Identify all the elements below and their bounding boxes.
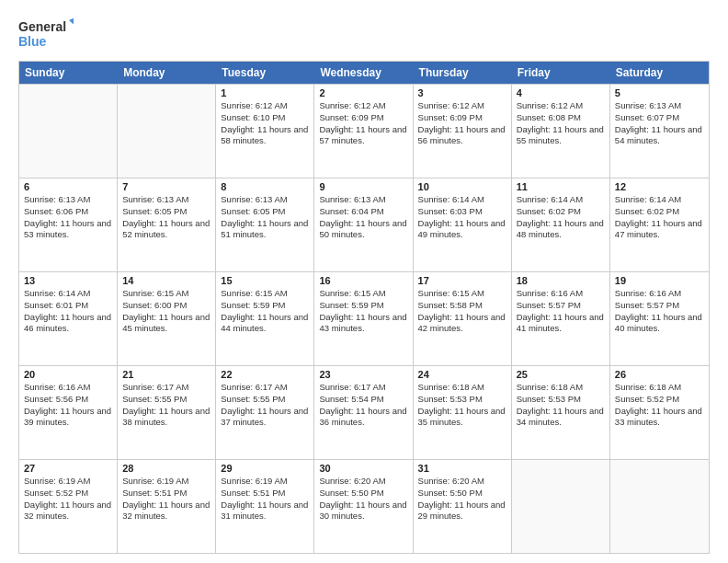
cell-day: 25 [517, 369, 605, 380]
calendar-row: 27 Sunrise: 6:19 AMSunset: 5:52 PMDaylig… [19, 459, 709, 553]
cell-info: Sunrise: 6:13 AMSunset: 6:06 PMDaylight:… [24, 194, 112, 241]
calendar-cell: 5 Sunrise: 6:13 AMSunset: 6:07 PMDayligh… [610, 85, 709, 178]
calendar-cell: 16 Sunrise: 6:15 AMSunset: 5:59 PMDaylig… [314, 272, 413, 365]
cell-info: Sunrise: 6:17 AMSunset: 5:54 PMDaylight:… [319, 382, 407, 429]
cell-day: 1 [221, 87, 309, 98]
calendar-header-cell: Thursday [414, 62, 512, 84]
calendar-header-cell: Wednesday [314, 62, 413, 84]
calendar-header-cell: Tuesday [216, 62, 314, 84]
calendar-cell: 24 Sunrise: 6:18 AMSunset: 5:53 PMDaylig… [414, 366, 512, 459]
cell-info: Sunrise: 6:12 AMSunset: 6:10 PMDaylight:… [221, 100, 309, 147]
calendar-cell: 7 Sunrise: 6:13 AMSunset: 6:05 PMDayligh… [118, 178, 216, 271]
svg-text:Blue: Blue [18, 34, 47, 49]
cell-info: Sunrise: 6:18 AMSunset: 5:53 PMDaylight:… [517, 382, 605, 429]
calendar-cell: 19 Sunrise: 6:16 AMSunset: 5:57 PMDaylig… [610, 272, 709, 365]
calendar-cell: 20 Sunrise: 6:16 AMSunset: 5:56 PMDaylig… [19, 366, 118, 459]
calendar-cell: 10 Sunrise: 6:14 AMSunset: 6:03 PMDaylig… [414, 178, 512, 271]
calendar-row: 20 Sunrise: 6:16 AMSunset: 5:56 PMDaylig… [19, 365, 709, 459]
cell-info: Sunrise: 6:14 AMSunset: 6:01 PMDaylight:… [24, 288, 112, 335]
cell-info: Sunrise: 6:18 AMSunset: 5:53 PMDaylight:… [418, 382, 506, 429]
cell-day: 5 [615, 87, 704, 98]
logo: General Blue [18, 15, 74, 52]
header: General Blue [18, 15, 710, 52]
cell-info: Sunrise: 6:20 AMSunset: 5:50 PMDaylight:… [319, 476, 407, 523]
calendar-cell: 3 Sunrise: 6:12 AMSunset: 6:09 PMDayligh… [414, 85, 512, 178]
cell-info: Sunrise: 6:16 AMSunset: 5:56 PMDaylight:… [24, 382, 112, 429]
cell-day: 13 [24, 275, 112, 286]
cell-day: 8 [221, 181, 309, 192]
cell-info: Sunrise: 6:20 AMSunset: 5:50 PMDaylight:… [418, 476, 506, 523]
cell-day: 30 [319, 463, 407, 474]
calendar-cell: 1 Sunrise: 6:12 AMSunset: 6:10 PMDayligh… [216, 85, 314, 178]
cell-day: 29 [221, 463, 309, 474]
cell-day: 27 [24, 463, 112, 474]
cell-info: Sunrise: 6:12 AMSunset: 6:09 PMDaylight:… [319, 100, 407, 147]
cell-day: 22 [221, 369, 309, 380]
cell-day: 12 [615, 181, 704, 192]
page: General Blue SundayMondayTuesdayWednesda… [0, 0, 728, 563]
cell-day: 17 [418, 275, 506, 286]
calendar-cell [610, 460, 709, 553]
calendar-cell: 25 Sunrise: 6:18 AMSunset: 5:53 PMDaylig… [512, 366, 610, 459]
cell-info: Sunrise: 6:19 AMSunset: 5:51 PMDaylight:… [122, 476, 210, 523]
cell-day: 15 [221, 275, 309, 286]
cell-info: Sunrise: 6:16 AMSunset: 5:57 PMDaylight:… [615, 288, 704, 335]
cell-info: Sunrise: 6:15 AMSunset: 5:58 PMDaylight:… [418, 288, 506, 335]
cell-info: Sunrise: 6:13 AMSunset: 6:05 PMDaylight:… [122, 194, 210, 241]
calendar-cell: 29 Sunrise: 6:19 AMSunset: 5:51 PMDaylig… [216, 460, 314, 553]
calendar-cell: 31 Sunrise: 6:20 AMSunset: 5:50 PMDaylig… [414, 460, 512, 553]
calendar-cell: 28 Sunrise: 6:19 AMSunset: 5:51 PMDaylig… [118, 460, 216, 553]
cell-day: 10 [418, 181, 506, 192]
calendar-cell: 11 Sunrise: 6:14 AMSunset: 6:02 PMDaylig… [512, 178, 610, 271]
cell-info: Sunrise: 6:14 AMSunset: 6:02 PMDaylight:… [615, 194, 704, 241]
cell-day: 28 [122, 463, 210, 474]
calendar-cell: 6 Sunrise: 6:13 AMSunset: 6:06 PMDayligh… [19, 178, 118, 271]
cell-info: Sunrise: 6:15 AMSunset: 5:59 PMDaylight:… [319, 288, 407, 335]
cell-info: Sunrise: 6:19 AMSunset: 5:51 PMDaylight:… [221, 476, 309, 523]
cell-info: Sunrise: 6:16 AMSunset: 5:57 PMDaylight:… [517, 288, 605, 335]
cell-day: 14 [122, 275, 210, 286]
calendar-cell: 4 Sunrise: 6:12 AMSunset: 6:08 PMDayligh… [512, 85, 610, 178]
calendar-row: 1 Sunrise: 6:12 AMSunset: 6:10 PMDayligh… [19, 84, 709, 178]
calendar-cell: 15 Sunrise: 6:15 AMSunset: 5:59 PMDaylig… [216, 272, 314, 365]
cell-day: 18 [517, 275, 605, 286]
calendar-cell: 18 Sunrise: 6:16 AMSunset: 5:57 PMDaylig… [512, 272, 610, 365]
cell-day: 31 [418, 463, 506, 474]
cell-info: Sunrise: 6:12 AMSunset: 6:09 PMDaylight:… [418, 100, 506, 147]
cell-info: Sunrise: 6:19 AMSunset: 5:52 PMDaylight:… [24, 476, 112, 523]
calendar: SundayMondayTuesdayWednesdayThursdayFrid… [18, 61, 710, 554]
logo-svg: General Blue [18, 15, 74, 52]
calendar-header-cell: Sunday [19, 62, 118, 84]
calendar-cell [19, 85, 118, 178]
cell-day: 2 [319, 87, 407, 98]
calendar-cell: 27 Sunrise: 6:19 AMSunset: 5:52 PMDaylig… [19, 460, 118, 553]
calendar-cell: 22 Sunrise: 6:17 AMSunset: 5:55 PMDaylig… [216, 366, 314, 459]
calendar-cell: 8 Sunrise: 6:13 AMSunset: 6:05 PMDayligh… [216, 178, 314, 271]
cell-info: Sunrise: 6:15 AMSunset: 6:00 PMDaylight:… [122, 288, 210, 335]
calendar-header-cell: Saturday [610, 62, 709, 84]
cell-info: Sunrise: 6:13 AMSunset: 6:04 PMDaylight:… [319, 194, 407, 241]
calendar-body: 1 Sunrise: 6:12 AMSunset: 6:10 PMDayligh… [19, 84, 709, 553]
cell-day: 7 [122, 181, 210, 192]
calendar-cell: 2 Sunrise: 6:12 AMSunset: 6:09 PMDayligh… [314, 85, 413, 178]
calendar-cell [512, 460, 610, 553]
calendar-header-cell: Monday [118, 62, 216, 84]
cell-day: 6 [24, 181, 112, 192]
calendar-header-cell: Friday [512, 62, 610, 84]
cell-info: Sunrise: 6:18 AMSunset: 5:52 PMDaylight:… [615, 382, 704, 429]
cell-info: Sunrise: 6:12 AMSunset: 6:08 PMDaylight:… [517, 100, 605, 147]
cell-info: Sunrise: 6:13 AMSunset: 6:05 PMDaylight:… [221, 194, 309, 241]
calendar-header: SundayMondayTuesdayWednesdayThursdayFrid… [19, 62, 709, 84]
cell-day: 9 [319, 181, 407, 192]
calendar-cell: 12 Sunrise: 6:14 AMSunset: 6:02 PMDaylig… [610, 178, 709, 271]
svg-marker-2 [69, 17, 74, 28]
calendar-cell: 14 Sunrise: 6:15 AMSunset: 6:00 PMDaylig… [118, 272, 216, 365]
calendar-cell: 26 Sunrise: 6:18 AMSunset: 5:52 PMDaylig… [610, 366, 709, 459]
calendar-cell [118, 85, 216, 178]
calendar-cell: 17 Sunrise: 6:15 AMSunset: 5:58 PMDaylig… [414, 272, 512, 365]
cell-info: Sunrise: 6:13 AMSunset: 6:07 PMDaylight:… [615, 100, 704, 147]
cell-day: 20 [24, 369, 112, 380]
cell-day: 24 [418, 369, 506, 380]
calendar-cell: 13 Sunrise: 6:14 AMSunset: 6:01 PMDaylig… [19, 272, 118, 365]
svg-text:General: General [18, 19, 66, 34]
